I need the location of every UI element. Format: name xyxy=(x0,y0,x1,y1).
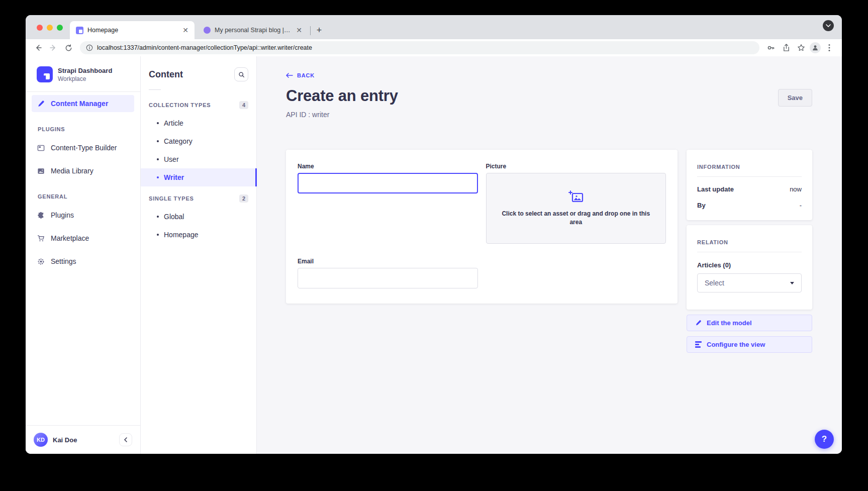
bullet-icon xyxy=(157,216,159,218)
bullet-icon xyxy=(157,140,159,142)
user-icon xyxy=(812,44,819,51)
pen-icon xyxy=(37,100,45,108)
share-button[interactable] xyxy=(780,41,793,54)
sidebar-item-media-library[interactable]: Media Library xyxy=(32,162,134,179)
workspace-switcher[interactable]: Strapi Dashboard Workplace xyxy=(26,56,140,91)
configure-view-button[interactable]: Configure the view xyxy=(687,336,812,353)
subnav-item-user[interactable]: User xyxy=(141,150,256,168)
subnav-item-homepage[interactable]: Homepage xyxy=(141,226,256,244)
sidebar-item-plugins[interactable]: Plugins xyxy=(32,207,134,224)
tab-strapi-blog[interactable]: My personal Strapi blog | Strap ✕ xyxy=(198,21,308,39)
sidebar-item-settings[interactable]: Settings xyxy=(32,253,134,270)
entry-form-card: Name Picture xyxy=(286,150,678,304)
sidebar-item-label: Content-Type Builder xyxy=(51,144,117,152)
search-button[interactable] xyxy=(234,67,248,81)
select-placeholder: Select xyxy=(705,279,724,287)
address-bar[interactable]: localhost:1337/admin/content-manager/col… xyxy=(80,41,759,54)
star-icon xyxy=(797,44,805,52)
app-title: Strapi Dashboard xyxy=(58,67,112,74)
articles-select[interactable]: Select xyxy=(697,273,802,292)
subnav-item-writer[interactable]: Writer xyxy=(141,168,256,186)
tab-search-button[interactable] xyxy=(823,20,834,31)
configure-view-label: Configure the view xyxy=(707,341,765,348)
collection-types-label: COLLECTION TYPES xyxy=(149,102,211,108)
sidebar-item-content-manager[interactable]: Content Manager xyxy=(32,95,134,112)
back-label: BACK xyxy=(297,72,315,78)
subnav-item-label: Homepage xyxy=(164,231,199,239)
page-title: Create an entry xyxy=(286,87,398,105)
help-button[interactable]: ? xyxy=(815,430,834,449)
minimize-window-button[interactable] xyxy=(47,25,53,31)
sidebar-item-marketplace[interactable]: Marketplace xyxy=(32,230,134,247)
bullet-icon xyxy=(157,234,159,236)
name-input[interactable] xyxy=(298,173,478,193)
subnav-item-label: Writer xyxy=(164,173,184,181)
back-button[interactable] xyxy=(32,41,45,54)
bookmark-button[interactable] xyxy=(795,41,808,54)
bullet-icon xyxy=(157,158,159,160)
user-profile-row[interactable]: KD Kai Doe xyxy=(26,425,140,454)
last-update-row: Last update now xyxy=(697,185,802,193)
chevron-left-icon xyxy=(124,437,127,442)
maximize-window-button[interactable] xyxy=(57,25,63,31)
close-window-button[interactable] xyxy=(37,25,43,31)
divider xyxy=(697,176,802,177)
content-subnav: Content COLLECTION TYPES 4 Article Categ… xyxy=(141,56,257,454)
new-tab-button[interactable]: + xyxy=(313,24,326,37)
browser-profile-avatar[interactable] xyxy=(810,42,821,53)
browser-toolbar: localhost:1337/admin/content-manager/col… xyxy=(26,39,842,56)
collapse-sidebar-button[interactable] xyxy=(119,433,132,446)
api-id-subtitle: API ID : writer xyxy=(286,111,812,119)
sidebar-item-label: Marketplace xyxy=(51,234,89,242)
subnav-item-label: Global xyxy=(164,213,184,221)
close-tab-icon[interactable]: ✕ xyxy=(295,26,303,34)
info-value: now xyxy=(790,185,802,193)
picture-upload-dropzone[interactable]: Click to select an asset or drag and dro… xyxy=(486,173,666,244)
save-button[interactable]: Save xyxy=(778,89,812,107)
entry-meta-panel: INFORMATION Last update now By - RELATIO… xyxy=(687,150,812,353)
email-input[interactable] xyxy=(298,268,478,288)
subnav-item-category[interactable]: Category xyxy=(141,132,256,150)
forward-arrow-icon xyxy=(49,44,57,52)
email-field-group: Email xyxy=(298,258,478,288)
info-value: - xyxy=(800,202,802,209)
three-dots-icon xyxy=(828,44,830,52)
password-manager-button[interactable] xyxy=(764,41,778,54)
bullet-icon xyxy=(157,122,159,124)
edit-model-label: Edit the model xyxy=(707,319,752,327)
user-name: Kai Doe xyxy=(53,436,114,444)
information-card: INFORMATION Last update now By - xyxy=(687,150,812,220)
email-label: Email xyxy=(298,258,478,265)
close-tab-icon[interactable]: ✕ xyxy=(181,26,189,34)
back-link[interactable]: BACK xyxy=(286,72,315,78)
subnav-item-label: Article xyxy=(164,119,183,127)
bullet-icon xyxy=(157,176,159,178)
browser-menu-button[interactable] xyxy=(823,41,836,54)
tab-homepage[interactable]: Homepage ✕ xyxy=(70,21,195,39)
sidebar-item-label: Content Manager xyxy=(51,100,108,108)
divider xyxy=(697,252,802,252)
info-label: By xyxy=(697,202,706,209)
collection-types-count: 4 xyxy=(239,101,248,109)
subnav-item-article[interactable]: Article xyxy=(141,114,256,132)
window-controls xyxy=(37,25,63,31)
main-sidebar: Strapi Dashboard Workplace Content Manag… xyxy=(26,56,141,454)
forward-button[interactable] xyxy=(47,41,60,54)
sidebar-item-label: Settings xyxy=(51,257,76,265)
strapi-favicon xyxy=(76,27,83,34)
tab-separator xyxy=(310,26,311,35)
info-label: Last update xyxy=(697,185,734,193)
subnav-item-global[interactable]: Global xyxy=(141,208,256,226)
refresh-button[interactable] xyxy=(62,41,75,54)
subnav-item-label: User xyxy=(164,155,179,163)
strapi-admin-app: Strapi Dashboard Workplace Content Manag… xyxy=(26,56,842,454)
back-arrow-icon xyxy=(34,44,42,52)
strapi-logo xyxy=(37,66,53,82)
tab-title: My personal Strapi blog | Strap xyxy=(215,27,291,34)
sidebar-item-content-type-builder[interactable]: Content-Type Builder xyxy=(32,139,134,156)
main-content: BACK Create an entry Save API ID : write… xyxy=(257,56,842,454)
arrow-left-icon xyxy=(286,73,293,78)
single-types-count: 2 xyxy=(239,194,248,203)
plugins-section-label: PLUGINS xyxy=(26,115,140,136)
edit-model-button[interactable]: Edit the model xyxy=(687,315,812,331)
